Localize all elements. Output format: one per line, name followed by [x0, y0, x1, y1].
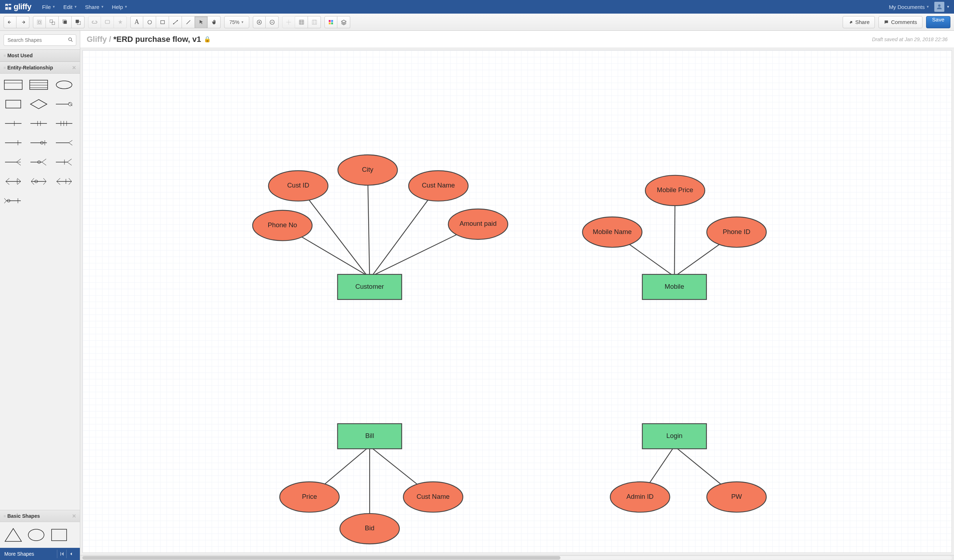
- chevron-down-icon[interactable]: ▼: [946, 5, 950, 9]
- svg-text:Login: Login: [666, 432, 683, 439]
- breadcrumb[interactable]: Gliffy /: [87, 35, 111, 44]
- save-button[interactable]: Save: [926, 16, 951, 28]
- shape-crow-3[interactable]: [55, 117, 74, 129]
- svg-text:Phone ID: Phone ID: [723, 228, 750, 235]
- shape-square[interactable]: [50, 527, 69, 543]
- svg-text:Phone No: Phone No: [268, 221, 297, 229]
- search-icon[interactable]: [68, 37, 73, 44]
- chevron-down-icon: ▼: [124, 5, 128, 9]
- canvas[interactable]: Phone NoCust IDCityCust NameAmount paidC…: [83, 50, 952, 553]
- svg-rect-27: [4, 80, 22, 89]
- lock-icon[interactable]: 🔒: [204, 36, 211, 43]
- shape-relationship[interactable]: [29, 98, 48, 110]
- shape-crow-10[interactable]: [3, 175, 23, 188]
- shape-crow-1[interactable]: [3, 117, 23, 129]
- svg-line-84: [69, 178, 72, 181]
- shape-entity[interactable]: [3, 79, 23, 91]
- shape-rect[interactable]: [3, 98, 23, 110]
- shape-crow-2[interactable]: [29, 117, 48, 129]
- note-button: [101, 16, 114, 28]
- line-tool[interactable]: [182, 16, 195, 28]
- svg-line-81: [56, 178, 60, 181]
- link-button: [88, 16, 101, 28]
- ungroup-button[interactable]: [46, 16, 59, 28]
- close-icon[interactable]: ✕: [72, 65, 76, 70]
- basic-palette: [0, 522, 80, 548]
- shape-crow-11[interactable]: [29, 175, 48, 188]
- comments-button[interactable]: Comments: [878, 16, 923, 28]
- bring-front-button[interactable]: [59, 16, 72, 28]
- grip-icon: ≡: [3, 53, 5, 58]
- menu-help[interactable]: Help▼: [112, 4, 128, 10]
- shape-crow-7[interactable]: [3, 156, 23, 168]
- scrollbar-thumb[interactable]: [83, 556, 560, 560]
- group-button[interactable]: [33, 16, 46, 28]
- layers-button[interactable]: [337, 16, 350, 28]
- shape-crow-5[interactable]: [29, 137, 48, 149]
- rect-tool[interactable]: [156, 16, 169, 28]
- draft-status: Draft saved at Jan 29, 2018 22:36: [872, 36, 948, 42]
- svg-line-70: [6, 181, 9, 185]
- guides-button[interactable]: [308, 16, 321, 28]
- shape-crow-13[interactable]: [3, 194, 23, 207]
- shape-triangle[interactable]: [3, 527, 23, 543]
- grip-icon: ≡: [3, 65, 5, 70]
- menu-share[interactable]: Share▼: [85, 4, 104, 10]
- svg-text:Bill: Bill: [365, 432, 374, 439]
- section-entity-relationship[interactable]: ≡ Entity-Relationship ✕: [0, 62, 80, 74]
- chevron-left-icon[interactable]: [66, 550, 76, 558]
- svg-line-79: [43, 181, 46, 185]
- my-documents-link[interactable]: My Documents▼: [889, 4, 929, 10]
- svg-point-92: [28, 529, 44, 541]
- more-shapes-link[interactable]: More Shapes: [4, 551, 34, 557]
- redo-button[interactable]: [17, 16, 30, 28]
- avatar[interactable]: [934, 2, 944, 12]
- svg-rect-10: [161, 20, 164, 23]
- menu-file[interactable]: File▼: [42, 4, 56, 10]
- undo-button[interactable]: [3, 16, 17, 28]
- svg-line-26: [71, 40, 72, 42]
- pointer-tool[interactable]: [195, 16, 208, 28]
- shape-entity-rows[interactable]: [29, 79, 48, 91]
- zoom-in-button[interactable]: [253, 16, 266, 28]
- text-tool[interactable]: A: [130, 16, 143, 28]
- svg-line-63: [42, 162, 46, 165]
- menubar: gliffy File▼ Edit▼ Share▼ Help▼ My Docum…: [0, 0, 954, 14]
- shape-crow-6[interactable]: [55, 137, 74, 149]
- svg-text:Admin ID: Admin ID: [626, 493, 653, 500]
- shape-crow-12[interactable]: [55, 175, 74, 188]
- zoom-level[interactable]: 75%▼: [224, 16, 249, 28]
- horizontal-scrollbar[interactable]: [80, 555, 954, 560]
- grid-button[interactable]: [295, 16, 308, 28]
- shape-crow-9[interactable]: [55, 156, 74, 168]
- shape-line-c1[interactable]: [55, 98, 74, 110]
- ellipse-tool[interactable]: [143, 16, 156, 28]
- close-icon[interactable]: ✕: [72, 513, 76, 519]
- svg-line-82: [56, 181, 60, 185]
- section-basic-shapes[interactable]: ≡ Basic Shapes ✕: [0, 510, 80, 522]
- svg-text:Cust Name: Cust Name: [416, 493, 449, 500]
- svg-rect-1: [38, 21, 41, 23]
- shape-circle[interactable]: [26, 527, 46, 543]
- svg-rect-21: [329, 20, 330, 22]
- search-input[interactable]: [3, 34, 76, 46]
- menus: File▼ Edit▼ Share▼ Help▼: [42, 4, 128, 10]
- shape-attribute[interactable]: [55, 79, 74, 91]
- svg-text:Mobile Name: Mobile Name: [593, 228, 632, 235]
- shape-crow-4[interactable]: [3, 137, 23, 149]
- collapse-sidebar-icon[interactable]: [57, 550, 66, 558]
- zoom-out-button[interactable]: [266, 16, 279, 28]
- svg-marker-91: [5, 529, 22, 541]
- svg-text:Bid: Bid: [365, 524, 374, 532]
- section-most-used[interactable]: ≡ Most Used: [0, 50, 80, 62]
- share-button[interactable]: Share: [843, 16, 875, 28]
- shape-crow-8[interactable]: [29, 156, 48, 168]
- pan-tool[interactable]: [208, 16, 221, 28]
- connector-tool[interactable]: [169, 16, 182, 28]
- theme-button[interactable]: [324, 16, 337, 28]
- send-back-button[interactable]: [72, 16, 84, 28]
- svg-line-77: [31, 181, 34, 185]
- svg-text:PW: PW: [731, 493, 742, 500]
- menu-edit[interactable]: Edit▼: [63, 4, 77, 10]
- document-title[interactable]: *ERD purchase flow, v1: [113, 35, 201, 44]
